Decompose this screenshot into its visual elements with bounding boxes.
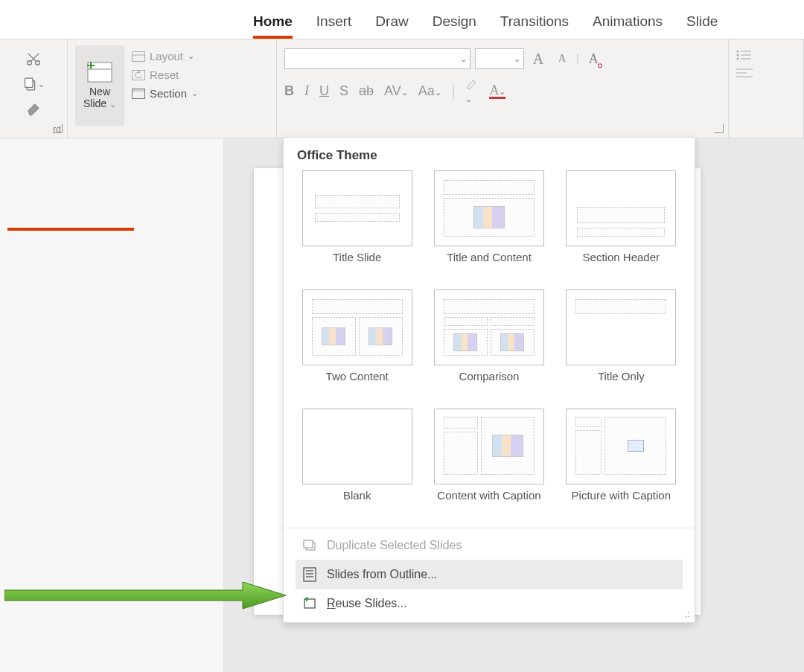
outline-icon — [302, 567, 318, 582]
reuse-slides-item[interactable]: Reuse Slides... — [296, 589, 683, 618]
svg-point-15 — [737, 54, 739, 57]
layout-grid: Title Slide Title and Content Section He… — [296, 170, 683, 520]
layout-title-slide[interactable]: Title Slide — [296, 170, 418, 282]
strike-button[interactable]: ab — [359, 83, 374, 99]
clear-format-icon[interactable]: A⭘ — [584, 49, 603, 68]
svg-point-17 — [737, 58, 739, 60]
increase-font-icon[interactable]: A — [529, 49, 548, 68]
paragraph-group — [729, 39, 804, 138]
new-slide-icon — [87, 62, 112, 83]
layout-button[interactable]: Layout ⌄ — [132, 50, 198, 63]
svg-point-13 — [737, 51, 739, 53]
reuse-icon — [302, 597, 318, 610]
svg-rect-3 — [25, 78, 34, 87]
layout-title-and-content[interactable]: Title and Content — [427, 170, 550, 282]
duplicate-slides-item: Duplicate Selected Slides — [296, 531, 683, 560]
reset-button[interactable]: Reset — [132, 68, 198, 81]
align-icon[interactable] — [736, 68, 753, 78]
section-icon — [132, 89, 145, 99]
bold-button[interactable]: B — [284, 83, 294, 99]
resize-grip-icon[interactable]: .: — [685, 609, 690, 619]
svg-rect-23 — [304, 540, 313, 548]
clipboard-launcher-icon[interactable] — [53, 124, 63, 133]
change-case-button[interactable]: Aa⌄ — [418, 83, 441, 99]
font-size-select[interactable]: ⌄ — [475, 48, 524, 69]
cut-icon[interactable] — [22, 50, 45, 68]
slides-from-outline-item[interactable]: Slides from Outline... — [296, 560, 683, 589]
svg-rect-12 — [133, 89, 145, 92]
svg-rect-24 — [304, 568, 316, 581]
copy-icon[interactable]: ⌄ — [22, 75, 45, 93]
slide-thumbnails-pane[interactable] — [0, 138, 224, 672]
new-slide-label-1: New — [89, 86, 110, 97]
font-name-select[interactable]: ⌄ — [284, 48, 470, 69]
layout-icon — [132, 51, 145, 62]
layout-picture-with-caption[interactable]: Picture with Caption — [560, 409, 683, 520]
format-painter-icon[interactable] — [22, 100, 45, 118]
svg-rect-8 — [133, 51, 145, 61]
bullets-icon[interactable] — [736, 50, 753, 60]
highlight-button[interactable]: ⌄ — [465, 77, 479, 106]
decrease-font-icon[interactable]: A — [552, 49, 572, 68]
underline-button[interactable]: U — [319, 83, 329, 99]
char-spacing-button[interactable]: AV⌄ — [384, 83, 408, 99]
new-slide-label-2: Slide ⌄ — [83, 97, 116, 109]
layout-blank[interactable]: Blank — [296, 409, 418, 520]
layout-two-content[interactable]: Two Content — [296, 289, 418, 401]
font-color-button[interactable]: A⌄ — [489, 83, 505, 99]
layout-title-only[interactable]: Title Only — [560, 289, 683, 401]
new-slide-button[interactable]: New Slide ⌄ — [75, 45, 124, 126]
shadow-button[interactable]: S — [339, 83, 348, 99]
font-group: ⌄ ⌄ A A | A⭘ B I U S ab AV⌄ Aa⌄ | ⌄ A⌄ — [277, 39, 729, 138]
ribbon: ⌄ rd New Slide ⌄ Layout ⌄ — [0, 39, 804, 138]
dropdown-title: Office Theme — [297, 148, 681, 163]
tab-transitions[interactable]: Transitions — [500, 13, 569, 39]
duplicate-icon — [302, 539, 318, 552]
layout-content-with-caption[interactable]: Content with Caption — [427, 409, 550, 520]
insert-marker — [7, 228, 134, 231]
layout-section-header[interactable]: Section Header — [560, 170, 683, 282]
tab-insert[interactable]: Insert — [316, 13, 352, 39]
tab-animations[interactable]: Animations — [593, 13, 663, 39]
italic-button[interactable]: I — [304, 83, 309, 99]
new-slide-dropdown: Office Theme Title Slide Title and Conte… — [283, 137, 695, 623]
layout-comparison[interactable]: Comparison — [427, 289, 550, 401]
tab-slideshow[interactable]: Slide — [686, 13, 718, 39]
tab-design[interactable]: Design — [433, 13, 476, 39]
slides-group: New Slide ⌄ Layout ⌄ Reset Section ⌄ — [68, 39, 277, 138]
tab-home[interactable]: Home — [253, 13, 293, 39]
font-launcher-icon[interactable] — [714, 124, 724, 133]
reset-icon — [132, 70, 145, 80]
section-button[interactable]: Section ⌄ — [132, 87, 198, 100]
ribbon-tabs: Home Insert Draw Design Transitions Anim… — [0, 0, 804, 39]
clipboard-group: ⌄ rd — [0, 39, 68, 138]
tab-draw[interactable]: Draw — [375, 13, 408, 39]
